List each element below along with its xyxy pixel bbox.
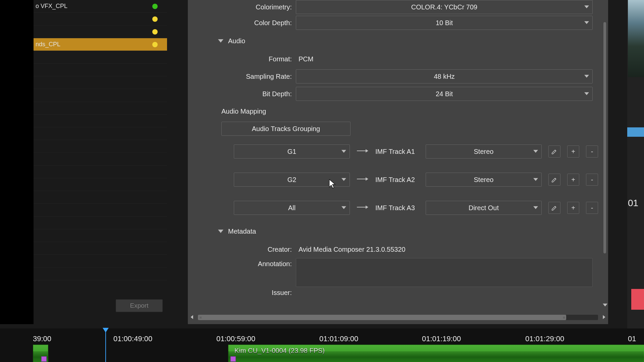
svg-marker-11 [533,178,538,181]
clip-row[interactable] [34,89,167,102]
vertical-scrollbar[interactable] [603,22,606,253]
sampling-rate-dropdown[interactable]: 48 kHz [296,69,593,83]
add-track-button[interactable]: + [567,174,579,186]
disclosure-triangle-icon [218,230,223,233]
clip-list-panel: o VFX_CPL nds_CPL [0,0,167,324]
imf-track-label: IMF Track A2 [375,176,419,184]
annotation-label: Annotation: [188,260,296,268]
clip-row[interactable] [34,153,167,166]
remove-track-button[interactable]: - [586,202,598,214]
chevron-down-icon [341,148,346,156]
clip-row[interactable] [34,242,167,255]
scroll-left-icon[interactable] [188,314,196,320]
effect-badge-icon [230,356,236,362]
horizontal-scrollbar-track[interactable] [198,315,598,320]
svg-marker-12 [341,206,346,209]
add-track-button[interactable]: + [567,202,579,214]
clip-row[interactable] [34,178,167,191]
chevron-down-icon [584,73,589,80]
timeline-ruler[interactable]: 39:00 01:00:49:00 01:00:59:00 01:01:09:0… [0,328,644,345]
channel-mode-dropdown[interactable]: Stereo [426,144,542,159]
clip-label: o VFX_CPL [36,3,152,10]
marker-blue[interactable] [627,127,644,137]
imf-track-label: IMF Track A3 [375,204,419,212]
svg-marker-15 [533,206,538,209]
arrow-right-icon [357,148,369,155]
format-label: Format: [188,55,296,63]
audio-track-map-row: G2 IMF Track A2 Stereo + - [188,166,608,194]
channel-mode-dropdown[interactable]: Stereo [426,173,542,187]
ruler-tick: 01:01:19:00 [422,335,461,343]
scroll-right-icon[interactable] [600,314,608,320]
timeline[interactable]: 39:00 01:00:49:00 01:00:59:00 01:01:09:0… [0,328,644,362]
clip-row[interactable] [34,229,167,242]
ruler-tick: 39:00 [33,335,51,343]
audio-track-map-row: All IMF Track A3 Direct Out + - [188,194,608,222]
clip-row[interactable] [34,25,167,38]
edit-track-button[interactable] [548,174,560,186]
status-dot-icon [152,16,158,22]
colorimetry-dropdown[interactable]: COLOR.4: YCbCr 709 [296,0,593,14]
audio-tracks-grouping-button[interactable]: Audio Tracks Grouping [221,122,351,136]
clip-row[interactable] [34,204,167,217]
timeline-clip-segment[interactable] [33,345,48,362]
imf-track-label: IMF Track A1 [375,148,419,156]
arrow-right-icon [357,205,369,211]
audio-section-header[interactable]: Audio [188,32,608,50]
disclosure-triangle-icon [218,39,223,43]
clip-row-selected[interactable]: nds_CPL [34,38,167,51]
marker-red[interactable] [631,289,644,310]
chevron-down-icon[interactable] [603,303,607,309]
bit-depth-label: Bit Depth: [188,90,296,98]
svg-marker-18 [603,315,605,319]
chevron-down-icon [584,19,589,27]
edit-track-button[interactable] [548,145,560,158]
annotation-textarea[interactable] [296,258,593,287]
audio-track-map-row: G1 IMF Track A1 Stereo + - [188,137,608,166]
ruler-tick: 01 [628,335,636,343]
remove-track-button[interactable]: - [586,145,598,158]
clip-row[interactable] [34,140,167,153]
clip-row[interactable] [34,255,167,267]
status-dot-icon [152,4,158,9]
chevron-down-icon [533,204,538,212]
clip-row[interactable] [34,76,167,89]
timeline-clip-segment[interactable]: Kim CU_V1-0004 (23.98 FPS) [228,345,644,362]
clip-row[interactable] [34,13,167,25]
ruler-tick: 01:00:49:00 [113,335,152,343]
clip-row[interactable] [34,267,167,280]
clip-row[interactable] [34,102,167,115]
clip-row[interactable] [34,64,167,76]
clip-row[interactable] [34,217,167,229]
remove-track-button[interactable]: - [586,174,598,186]
svg-marker-2 [584,75,589,77]
timecode-fragment: 01 [628,198,638,208]
svg-marker-7 [533,150,538,153]
group-dropdown[interactable]: All [234,201,350,215]
clip-row[interactable] [34,166,167,178]
creator-label: Creator: [188,246,296,253]
group-dropdown[interactable]: G2 [234,173,350,187]
chevron-down-icon [584,90,589,98]
group-dropdown[interactable]: G1 [234,144,350,159]
clip-row[interactable] [34,51,167,64]
color-depth-dropdown[interactable]: 10 Bit [296,16,593,30]
playhead[interactable] [105,328,106,362]
export-button[interactable]: Export [116,299,163,312]
svg-marker-0 [584,5,589,8]
edit-track-button[interactable] [548,202,560,214]
svg-marker-10 [366,177,368,181]
clip-row[interactable] [34,127,167,140]
clip-row[interactable] [34,115,167,127]
add-track-button[interactable]: + [567,145,579,158]
clip-label: nds_CPL [36,41,152,48]
channel-mode-dropdown[interactable]: Direct Out [426,201,542,215]
horizontal-scrollbar-thumb[interactable] [198,315,566,320]
clip-row[interactable] [34,191,167,204]
svg-marker-6 [366,149,368,153]
clip-row[interactable]: o VFX_CPL [34,0,167,13]
bit-depth-dropdown[interactable]: 24 Bit [296,87,593,101]
horizontal-scroll-area [188,313,608,322]
effect-badge-icon [41,356,47,362]
metadata-section-header[interactable]: Metadata [188,222,608,241]
